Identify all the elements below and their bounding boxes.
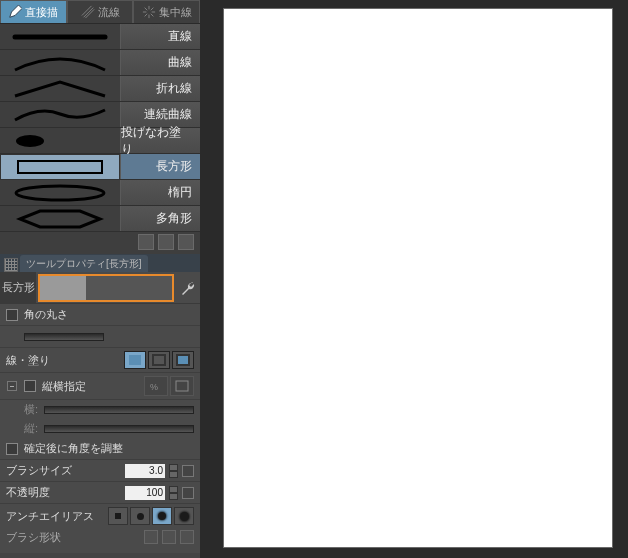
prop-aspect: 縦横指定 % <box>0 373 200 400</box>
prop-brush-shape: ブラシ形状 <box>0 528 200 547</box>
subtool-polygon[interactable]: 多角形 <box>0 206 200 232</box>
prop-opacity: 不透明度 100 <box>0 482 200 504</box>
subtool-ellipse[interactable]: 楕円 <box>0 180 200 206</box>
tab-label: 直接描 <box>25 5 58 20</box>
subtool-preview <box>0 50 120 76</box>
prop-line-fill: 線・塗り <box>0 348 200 373</box>
aspect-ratio-button[interactable]: % <box>144 376 168 396</box>
svg-rect-4 <box>129 355 141 365</box>
svg-text:%: % <box>150 382 158 392</box>
focusline-icon <box>142 5 156 19</box>
aa-weak-button[interactable] <box>130 507 150 525</box>
subtool-label: 連続曲線 <box>144 106 192 123</box>
dim-label: 横: <box>24 402 38 417</box>
dim-height-row: 縦: <box>18 419 200 438</box>
aa-none-button[interactable] <box>108 507 128 525</box>
linefill-outline-button[interactable] <box>148 351 170 369</box>
subtool-list: 直線 曲線 折れ線 連続曲線 投げなわ塗り 長方形 <box>0 24 200 232</box>
px-icon <box>174 379 190 393</box>
tab-label: 集中線 <box>159 5 192 20</box>
subtool-rectangle[interactable]: 長方形 <box>0 154 200 180</box>
subtool-preview <box>0 24 120 50</box>
tool-property-title: ツールプロパティ[長方形] <box>20 255 148 272</box>
prop-label: 角の丸さ <box>24 307 68 322</box>
brush-size-stepper[interactable] <box>169 464 178 478</box>
opacity-value[interactable]: 100 <box>125 486 165 500</box>
prop-label: 確定後に角度を調整 <box>24 441 123 456</box>
preset-selector[interactable] <box>38 274 174 302</box>
subtool-label: 折れ線 <box>156 80 192 97</box>
prop-antialias: アンチエイリアス <box>0 504 200 528</box>
height-slider[interactable] <box>44 425 194 433</box>
brush-size-value[interactable]: 3.0 <box>125 464 165 478</box>
brush-shape-register-icon[interactable] <box>162 530 176 544</box>
tab-focus-line[interactable]: 集中線 <box>133 0 200 23</box>
aa-strong-button[interactable] <box>174 507 194 525</box>
brush-shape-button[interactable] <box>144 530 158 544</box>
subtool-preview <box>0 206 120 232</box>
subtool-preview <box>0 128 120 154</box>
dim-label: 縦: <box>24 421 38 436</box>
subtool-lassofill[interactable]: 投げなわ塗り <box>0 128 200 154</box>
aspect-dims: 横: 縦: <box>0 400 200 438</box>
brush-size-dynamics-icon[interactable] <box>182 465 194 477</box>
svg-marker-3 <box>20 211 100 227</box>
tab-direct-draw[interactable]: 直接描 <box>0 0 67 23</box>
width-slider[interactable] <box>44 406 194 414</box>
prop-label: ブラシサイズ <box>6 463 72 478</box>
tool-panel: 直接描 流線 集中線 直線 曲線 折れ線 <box>0 0 200 558</box>
pencil-icon <box>8 5 22 19</box>
subtool-line[interactable]: 直線 <box>0 24 200 50</box>
rotate-after-checkbox[interactable] <box>6 443 18 455</box>
preset-label: 長方形 <box>0 272 36 303</box>
subtool-curve[interactable]: 曲線 <box>0 50 200 76</box>
flowline-icon <box>81 5 95 19</box>
svg-point-2 <box>16 186 104 200</box>
subtool-label: 投げなわ塗り <box>121 124 192 158</box>
outline-icon <box>152 354 166 366</box>
svg-rect-1 <box>18 161 102 173</box>
opacity-dynamics-icon[interactable] <box>182 487 194 499</box>
wrench-icon[interactable] <box>180 280 196 296</box>
tool-tabs: 直接描 流線 集中線 <box>0 0 200 24</box>
tab-flow-line[interactable]: 流線 <box>67 0 134 23</box>
subtool-label: 直線 <box>168 28 192 45</box>
corner-round-slider[interactable] <box>24 333 104 341</box>
linefill-both-button[interactable] <box>172 351 194 369</box>
prop-label: アンチエイリアス <box>6 509 94 524</box>
subtool-preview <box>0 102 120 128</box>
canvas[interactable] <box>223 8 613 548</box>
aa-mid-button[interactable] <box>152 507 172 525</box>
subtool-preview <box>0 154 120 180</box>
subtool-buttons <box>0 232 200 254</box>
prop-label: 縦横指定 <box>42 379 86 394</box>
aspect-px-button[interactable] <box>170 376 194 396</box>
prop-rotate-after: 確定後に角度を調整 <box>0 438 200 460</box>
prop-corner-round: 角の丸さ <box>0 304 200 326</box>
prop-label: 線・塗り <box>6 353 50 368</box>
tool-property-body: 長方形 角の丸さ 線・塗り <box>0 272 200 553</box>
linefill-fill-button[interactable] <box>124 351 146 369</box>
duplicate-subtool-icon[interactable] <box>158 234 174 250</box>
fill-icon <box>128 354 142 366</box>
svg-rect-8 <box>176 381 188 391</box>
aspect-checkbox[interactable] <box>24 380 36 392</box>
prop-brush-size: ブラシサイズ 3.0 <box>0 460 200 482</box>
subtool-polyline[interactable]: 折れ線 <box>0 76 200 102</box>
subtool-menu-icon[interactable] <box>138 234 154 250</box>
opacity-stepper[interactable] <box>169 486 178 500</box>
prop-label: ブラシ形状 <box>6 530 61 545</box>
svg-rect-5 <box>153 355 165 365</box>
tab-label: 流線 <box>98 5 120 20</box>
subtool-label: 楕円 <box>168 184 192 201</box>
tool-property-header: ツールプロパティ[長方形] <box>0 254 200 272</box>
collapse-icon[interactable] <box>7 381 17 391</box>
tool-settings-icon[interactable] <box>180 530 194 544</box>
delete-subtool-icon[interactable] <box>178 234 194 250</box>
subtool-preview <box>0 76 120 102</box>
corner-round-checkbox[interactable] <box>6 309 18 321</box>
preset-bar: 長方形 <box>0 272 200 304</box>
panel-grip-icon[interactable] <box>4 258 18 272</box>
svg-point-0 <box>16 135 44 147</box>
canvas-area <box>200 0 628 558</box>
